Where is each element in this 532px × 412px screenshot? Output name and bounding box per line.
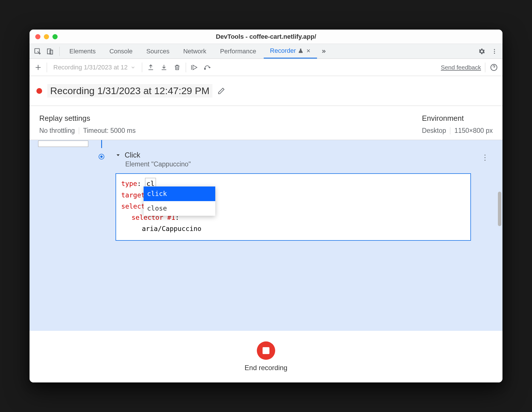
minimize-icon[interactable] xyxy=(44,34,49,39)
environment-settings: Environment Desktop 1150×800 px xyxy=(422,114,493,135)
timeout-value[interactable]: Timeout: 5000 ms xyxy=(83,127,136,135)
end-recording-button[interactable] xyxy=(257,341,275,360)
prop-target-key: target xyxy=(121,191,145,199)
device-toggle-icon[interactable] xyxy=(44,46,56,57)
add-recording-icon[interactable] xyxy=(34,63,43,72)
recording-selector-label: Recording 1/31/2023 at 12 xyxy=(53,64,128,71)
step-header[interactable]: Click xyxy=(116,151,471,159)
screenshot-thumbnail[interactable] xyxy=(38,141,88,147)
delete-icon[interactable] xyxy=(173,63,182,72)
autocomplete-option[interactable]: close xyxy=(144,201,215,216)
step-editor[interactable]: type: cl target select selector #1: aria… xyxy=(116,173,471,241)
recording-selector[interactable]: Recording 1/31/2023 at 12 xyxy=(51,64,138,71)
caret-down-icon xyxy=(116,153,121,158)
svg-point-5 xyxy=(494,53,495,54)
kebab-menu-icon[interactable] xyxy=(489,46,500,57)
export-icon[interactable] xyxy=(146,63,155,72)
import-icon[interactable] xyxy=(159,63,169,72)
prop-selectors-key: select xyxy=(121,203,145,210)
prop-type-key: type xyxy=(121,180,137,187)
tab-console[interactable]: Console xyxy=(103,44,139,59)
close-tab-icon[interactable] xyxy=(306,48,311,53)
divider xyxy=(79,127,79,134)
inspect-icon[interactable] xyxy=(32,46,43,57)
svg-rect-1 xyxy=(47,49,51,54)
stop-icon xyxy=(263,347,269,354)
throttling-value[interactable]: No throttling xyxy=(39,127,75,135)
timeline-line xyxy=(101,140,102,148)
scrollbar[interactable] xyxy=(498,192,501,226)
tabs-bar: Elements Console Sources Network Perform… xyxy=(30,44,502,59)
step-subtitle: Element "Cappuccino" xyxy=(125,160,471,168)
environment-title: Environment xyxy=(422,114,493,123)
footer: End recording xyxy=(30,331,502,382)
replay-icon[interactable] xyxy=(190,63,199,72)
svg-point-4 xyxy=(494,51,495,52)
svg-point-3 xyxy=(494,49,495,50)
recording-title[interactable]: Recording 1/31/2023 at 12:47:29 PM xyxy=(47,84,212,98)
edit-icon[interactable] xyxy=(218,87,225,95)
recording-indicator-icon xyxy=(36,88,42,94)
divider xyxy=(186,63,186,72)
close-icon[interactable] xyxy=(35,34,40,39)
divider xyxy=(485,63,485,72)
settings-icon[interactable] xyxy=(476,46,488,57)
divider xyxy=(59,47,60,56)
svg-point-6 xyxy=(204,68,206,69)
tab-performance[interactable]: Performance xyxy=(214,44,263,59)
tab-recorder-label: Recorder xyxy=(270,47,296,55)
devtools-window: DevTools - coffee-cart.netlify.app/ Elem… xyxy=(30,30,502,382)
step-menu-icon[interactable]: ⋮ xyxy=(481,153,489,162)
step-marker-icon[interactable] xyxy=(99,154,104,159)
device-value[interactable]: Desktop xyxy=(422,127,446,135)
replay-settings: Replay settings No throttling Timeout: 5… xyxy=(39,114,136,135)
end-recording-label: End recording xyxy=(245,364,287,372)
traffic-lights xyxy=(35,34,58,39)
maximize-icon[interactable] xyxy=(52,34,58,39)
more-tabs-icon[interactable] xyxy=(318,46,330,57)
chevron-down-icon xyxy=(130,65,136,70)
step-block: Click Element "Cappuccino" type: cl targ… xyxy=(116,151,471,241)
tab-recorder[interactable]: Recorder xyxy=(264,44,317,59)
divider xyxy=(142,63,142,72)
autocomplete-option[interactable]: click xyxy=(144,186,215,201)
send-feedback-link[interactable]: Send feedback xyxy=(441,64,481,71)
tab-elements[interactable]: Elements xyxy=(63,44,102,59)
recording-title-section: Recording 1/31/2023 at 12:47:29 PM xyxy=(30,76,502,106)
tab-recorder-extras xyxy=(298,48,311,53)
step-icon[interactable] xyxy=(203,63,212,72)
autocomplete-dropdown: click close xyxy=(144,186,215,216)
divider xyxy=(47,63,47,72)
titlebar: DevTools - coffee-cart.netlify.app/ xyxy=(30,30,502,44)
viewport-value[interactable]: 1150×800 px xyxy=(454,127,493,135)
flask-icon xyxy=(298,48,303,53)
tab-network[interactable]: Network xyxy=(177,44,213,59)
recorder-toolbar: Recording 1/31/2023 at 12 Send feedback xyxy=(30,59,502,76)
settings-section: Replay settings No throttling Timeout: 5… xyxy=(30,106,502,140)
help-icon[interactable] xyxy=(489,63,498,72)
replay-settings-title: Replay settings xyxy=(39,114,136,123)
selector1-value[interactable]: aria/Cappuccino xyxy=(142,225,202,232)
tab-sources[interactable]: Sources xyxy=(140,44,176,59)
window-title: DevTools - coffee-cart.netlify.app/ xyxy=(216,33,316,40)
step-name: Click xyxy=(125,151,140,159)
divider xyxy=(450,127,450,134)
steps-area: ⋮ Click Element "Cappuccino" type: cl ta… xyxy=(30,140,502,331)
